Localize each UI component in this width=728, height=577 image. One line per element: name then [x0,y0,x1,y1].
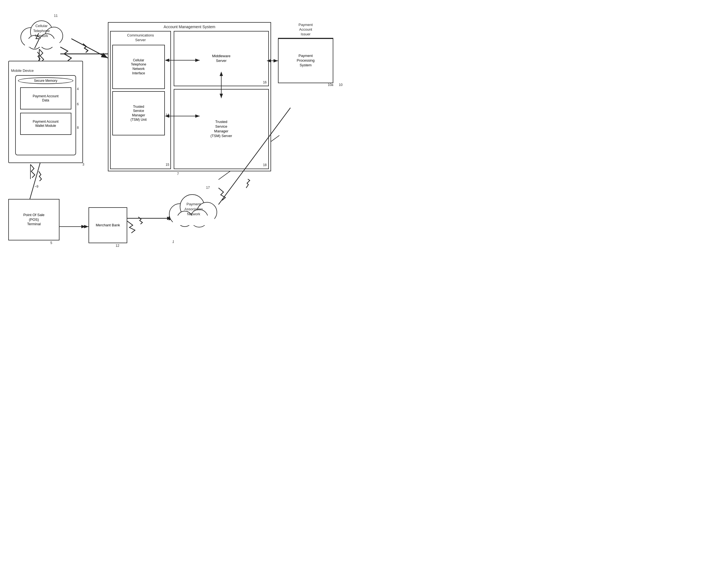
ref-14: 14 [166,113,169,117]
diagram: Cellular Telephone Network 11 Mobile Dev… [0,0,364,288]
ref-6: 6 [77,102,79,106]
merchant-bank-label: Merchant Bank [96,223,120,228]
payment-account-issuer-label: Payment Account Issuer [278,22,333,37]
ref-11: 11 [54,14,57,18]
payment-account-wallet-box: Payment Account Wallet Module [20,113,71,135]
svg-line-20 [71,39,108,58]
ref-8: 8 [77,126,79,130]
ctn-interface-label: Cellular Telephone Network Interface [131,58,146,76]
ref-9: ~9 [34,185,38,189]
ref-1: 1 [172,240,174,244]
svg-rect-35 [173,216,214,225]
tsm-unit-box: Trusted Service Manager (TSM) Unit [112,91,165,135]
account-management-system-box: Account Management System Communications… [108,22,271,171]
pos-terminal-label: Point Of Sale (POS) Terminal [23,213,45,227]
account-management-label: Account Management System [164,24,215,29]
communications-server-label: Communications Server [127,33,154,43]
ref-4: 4 [77,87,79,91]
payment-account-wallet-label: Payment Account Wallet Module [33,120,58,128]
payment-processing-system-box: Payment Processing System [279,38,333,83]
payment-account-data-box: Payment Account Data [20,87,71,109]
ref-12: 12 [115,244,119,248]
ctn-interface-box: Cellular Telephone Network Interface [112,45,165,89]
ref-7: 7 [177,172,179,176]
middleware-server-box: Middleware Server 16 [174,31,269,86]
middleware-server-label: Middleware Server [212,54,230,63]
secure-memory-container: Secure Memory Payment Account Data Payme… [15,75,76,155]
merchant-bank-box: Merchant Bank [88,207,127,243]
svg-line-26 [30,163,40,199]
ref-18: 18 [263,163,267,167]
payment-association-network-label: Payment Association Network [163,202,224,217]
mobile-device-box: Mobile Device Secure Memory Payment Acco… [8,61,83,163]
tsm-unit-label: Trusted Service Manager (TSM) Unit [131,105,147,122]
ref-10: 10 [339,83,342,87]
payment-association-network-cloud: Payment Association Network [163,188,224,229]
ref-5: 5 [50,241,52,245]
ref-16: 16 [263,80,267,85]
ref-3: 3 [82,163,84,166]
ref-15: 15 [166,163,169,167]
communications-server-box: Communications Server Cellular Telephone… [110,31,171,169]
secure-memory-label: Secure Memory [34,79,57,83]
mobile-device-label: Mobile Device [11,68,34,73]
pos-terminal-box: Point Of Sale (POS) Terminal [8,199,59,240]
payment-account-data-label: Payment Account Data [33,94,58,103]
ref-10a: 10a [328,83,333,87]
payment-processing-label: Payment Processing System [297,54,314,68]
secure-memory-top: Secure Memory [18,77,73,84]
tsm-server-box: Trusted Service Manager (TSM) Server 18 [174,89,269,169]
lightning-mobile-network [33,33,44,50]
tsm-server-label: Trusted Service Manager (TSM) Server [210,120,232,138]
ref-17: 17 [206,186,210,190]
